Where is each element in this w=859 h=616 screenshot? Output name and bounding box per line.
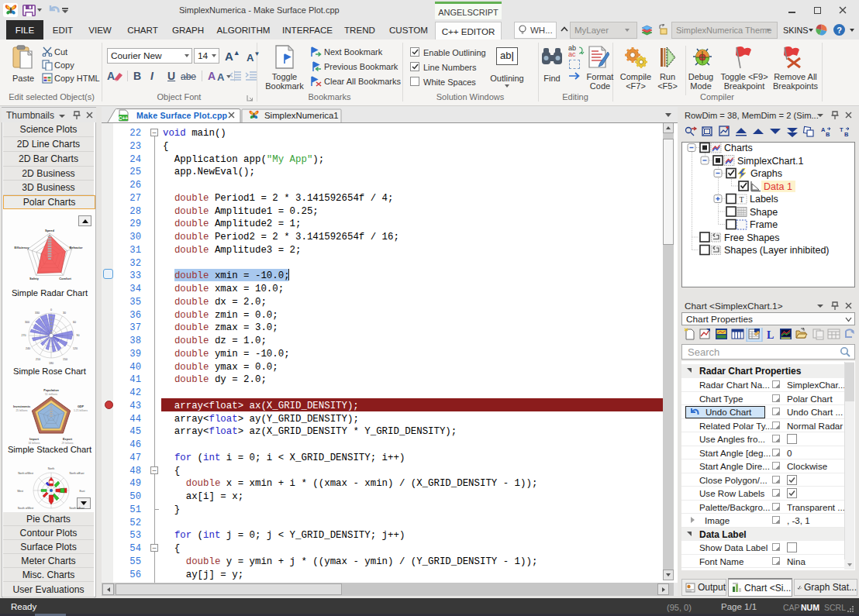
svg-text:90: 90 xyxy=(77,334,80,337)
svg-text:51 millions: 51 millions xyxy=(45,393,57,396)
svg-text:Charts: Charts xyxy=(724,143,753,153)
svg-text:Import: Import xyxy=(29,438,40,441)
svg-text:Shapes (Layer inhibited): Shapes (Layer inhibited) xyxy=(724,245,830,256)
svg-text:North otEast: North otEast xyxy=(70,472,85,475)
svg-text:Comfort: Comfort xyxy=(59,277,71,280)
svg-text:1.21 billions: 1.21 billions xyxy=(74,409,88,412)
svg-text:West: West xyxy=(17,490,23,493)
svg-text:North otWest: North otWest xyxy=(18,472,33,475)
svg-text:Free Shapes: Free Shapes xyxy=(724,232,780,243)
svg-text:East: East xyxy=(80,490,85,493)
svg-text:Efficiency: Efficiency xyxy=(15,246,30,249)
svg-text:Graphs: Graphs xyxy=(750,168,782,179)
svg-text:150: 150 xyxy=(63,358,67,361)
svg-text:South otEast: South otEast xyxy=(69,507,84,510)
svg-text:30: 30 xyxy=(63,311,66,315)
svg-text:Export: Export xyxy=(63,438,73,441)
svg-text:Population: Population xyxy=(43,389,59,392)
svg-text:Safety: Safety xyxy=(29,277,40,280)
svg-text:T: T xyxy=(840,126,843,133)
svg-text:240: 240 xyxy=(26,347,30,350)
svg-text:Labels: Labels xyxy=(750,194,778,205)
svg-text:Investments: Investments xyxy=(13,405,30,408)
svg-text:270: 270 xyxy=(22,334,26,337)
svg-text:B: B xyxy=(844,131,849,138)
svg-text:T: T xyxy=(739,195,743,204)
svg-text:L: L xyxy=(767,329,774,341)
svg-text:Data 1: Data 1 xyxy=(764,181,792,192)
svg-text:Frame: Frame xyxy=(750,219,778,230)
svg-text:Behavior: Behavior xyxy=(69,246,83,249)
svg-text:330: 330 xyxy=(35,311,40,315)
svg-text:60: 60 xyxy=(73,321,76,324)
svg-text:South otWest: South otWest xyxy=(18,507,33,510)
svg-text:SimplexChart.1: SimplexChart.1 xyxy=(737,156,803,167)
svg-text:120: 120 xyxy=(73,347,78,350)
svg-text:Shape: Shape xyxy=(750,207,778,218)
svg-text:B: B xyxy=(826,131,830,138)
svg-text:Speed: Speed xyxy=(45,229,55,232)
svg-text:C++: C++ xyxy=(119,115,128,121)
svg-text:25 billions: 25 billions xyxy=(16,409,27,412)
svg-text:0: 0 xyxy=(50,308,52,311)
svg-text:North: North xyxy=(48,467,54,470)
svg-text:210: 210 xyxy=(36,358,40,361)
svg-text:GDP: GDP xyxy=(78,405,85,408)
svg-text:300: 300 xyxy=(25,321,29,324)
